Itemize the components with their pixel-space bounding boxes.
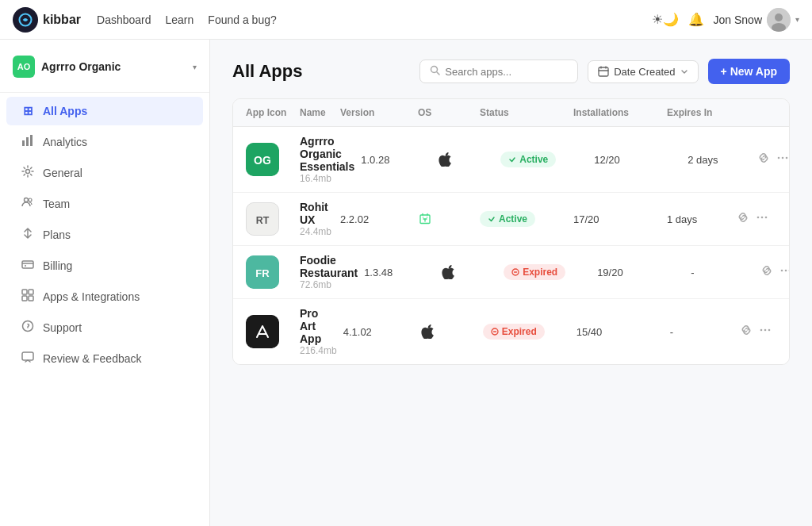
svg-point-31 xyxy=(765,217,768,219)
svg-rect-38 xyxy=(246,315,279,348)
more-options-button[interactable] xyxy=(779,264,790,280)
app-icon xyxy=(246,315,279,348)
analytics-icon xyxy=(21,134,35,149)
integrations-icon xyxy=(21,289,35,304)
avatar xyxy=(767,8,791,32)
svg-point-29 xyxy=(757,217,760,219)
sidebar-item-billing[interactable]: Billing xyxy=(6,251,203,280)
moon-icon: 🌙 xyxy=(663,12,679,27)
app-name: Pro Art App xyxy=(300,307,337,345)
org-name: Agrrro Organic xyxy=(41,60,186,73)
app-installations: 19/20 xyxy=(597,267,684,278)
status-badge: Active xyxy=(500,152,556,167)
sidebar-item-review-feedback[interactable]: Review & Feedback xyxy=(6,344,203,373)
app-os xyxy=(418,212,473,226)
sidebar-item-apps-integrations[interactable]: Apps & Integrations xyxy=(6,282,203,311)
notifications-button[interactable]: 🔔 xyxy=(688,12,704,27)
app-version: 2.2.02 xyxy=(340,213,412,225)
svg-rect-4 xyxy=(22,140,25,146)
app-installations: 15/40 xyxy=(576,326,664,338)
svg-rect-12 xyxy=(22,290,27,294)
app-icon-cell: FR xyxy=(246,255,293,289)
team-icon xyxy=(21,196,35,211)
sidebar-item-all-apps[interactable]: All Apps xyxy=(6,97,203,125)
link-button[interactable] xyxy=(737,211,749,227)
sidebar-divider xyxy=(0,92,209,93)
sidebar-label-review-feedback: Review & Feedback xyxy=(43,352,142,365)
date-filter-label: Date Created xyxy=(614,66,675,78)
more-options-button[interactable] xyxy=(776,152,789,167)
svg-point-23 xyxy=(782,157,784,159)
user-menu[interactable]: Jon Snow ▾ xyxy=(714,8,799,32)
svg-point-18 xyxy=(431,67,438,73)
col-status: Status xyxy=(480,107,567,118)
app-os xyxy=(421,324,477,339)
date-filter[interactable]: Date Created xyxy=(588,60,698,83)
app-installations: 17/20 xyxy=(573,213,661,225)
search-box[interactable] xyxy=(419,60,578,83)
svg-point-41 xyxy=(764,329,766,332)
svg-rect-17 xyxy=(22,352,33,360)
app-name: Rohit UX xyxy=(300,201,334,226)
billing-icon xyxy=(21,258,35,273)
row-actions xyxy=(760,264,790,280)
sidebar-item-general[interactable]: General xyxy=(6,158,203,187)
app-size: 16.4mb xyxy=(300,173,354,184)
svg-point-22 xyxy=(778,157,780,159)
support-icon xyxy=(21,320,35,335)
nav-learn[interactable]: Learn xyxy=(166,13,194,26)
app-name-cell: Rohit UX 24.4mb xyxy=(300,201,334,237)
col-icon: App Icon xyxy=(246,107,293,118)
more-options-button[interactable] xyxy=(759,324,772,340)
sidebar-label-apps-integrations: Apps & Integrations xyxy=(43,290,140,303)
org-selector[interactable]: AO Agrrro Organic ▾ xyxy=(0,49,209,89)
more-options-button[interactable] xyxy=(756,211,768,227)
svg-rect-14 xyxy=(22,296,27,301)
col-expires: Expires In xyxy=(667,107,730,118)
sun-moon-toggle[interactable]: ☀ 🌙 xyxy=(652,12,679,27)
app-status: Active xyxy=(500,152,588,167)
status-badge: Active xyxy=(480,211,535,227)
sidebar-item-plans[interactable]: Plans xyxy=(6,220,203,249)
app-expires: - xyxy=(670,326,733,338)
main-content: All Apps Date Created + New App App Icon… xyxy=(210,40,812,526)
app-version: 1.0.28 xyxy=(361,154,432,166)
apps-table: App Icon Name Version OS Status Installa… xyxy=(232,98,790,365)
sidebar-item-support[interactable]: Support xyxy=(6,313,203,342)
app-expires: 1 days xyxy=(667,213,730,225)
svg-text:FR: FR xyxy=(255,267,270,279)
app-name: Agrrro Organic Essentials xyxy=(300,135,354,173)
search-input[interactable] xyxy=(445,66,568,78)
new-app-button[interactable]: + New App xyxy=(708,59,790,84)
logo[interactable]: kibbar xyxy=(13,7,81,33)
row-actions xyxy=(740,324,779,340)
sidebar-label-analytics: Analytics xyxy=(43,136,87,148)
app-os xyxy=(439,152,494,167)
nav-bug[interactable]: Found a bug? xyxy=(208,13,276,26)
table-header: App Icon Name Version OS Status Installa… xyxy=(233,99,789,127)
svg-point-27 xyxy=(423,217,423,217)
link-button[interactable] xyxy=(740,324,753,340)
app-version: 1.3.48 xyxy=(364,267,435,278)
svg-rect-10 xyxy=(22,261,33,268)
app-icon: OG xyxy=(246,143,279,176)
app-status: Expired xyxy=(504,264,591,280)
row-actions xyxy=(737,211,776,227)
svg-rect-19 xyxy=(599,67,608,76)
topnav-links: Dashboard Learn Found a bug? xyxy=(97,13,277,26)
col-actions xyxy=(737,107,776,118)
link-button[interactable] xyxy=(760,264,773,280)
main-header: All Apps Date Created + New App xyxy=(232,59,790,84)
link-button[interactable] xyxy=(757,152,770,167)
sidebar-item-analytics[interactable]: Analytics xyxy=(6,127,203,156)
nav-dashboard[interactable]: Dashboard xyxy=(97,13,151,26)
app-os xyxy=(442,265,497,279)
svg-point-30 xyxy=(761,217,764,219)
sidebar-label-support: Support xyxy=(43,321,82,334)
svg-point-42 xyxy=(768,329,770,332)
svg-rect-6 xyxy=(30,135,33,146)
sidebar-item-team[interactable]: Team xyxy=(6,189,203,218)
sidebar-label-general: General xyxy=(43,167,82,179)
row-actions xyxy=(757,152,790,167)
app-name-cell: Foodie Restaurant 72.6mb xyxy=(300,254,358,290)
